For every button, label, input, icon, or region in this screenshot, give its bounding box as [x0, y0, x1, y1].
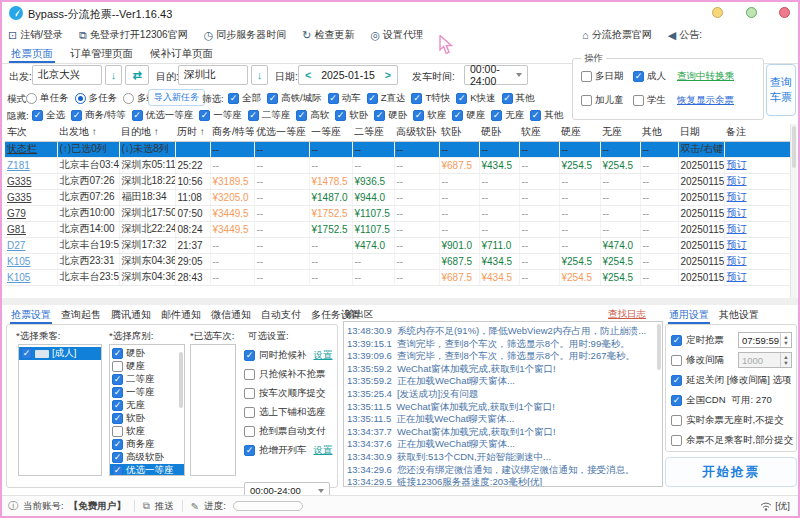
spinner-down-icon[interactable]: ▾: [784, 340, 787, 346]
checked-checkbox-icon[interactable]: ✓: [132, 110, 143, 121]
table-row[interactable]: G81北京西14:00深圳北22:2408:24¥3449.5--¥1752.5…: [5, 221, 790, 237]
operation-checkbox[interactable]: 多日期: [581, 70, 633, 83]
import-task-button[interactable]: 导入新任务: [148, 89, 205, 106]
checked-checkbox-icon[interactable]: ✓: [633, 71, 644, 82]
type-filter[interactable]: ✓全部: [228, 92, 261, 105]
hide-filter[interactable]: ✓硬卧: [374, 109, 407, 122]
checked-checkbox-icon[interactable]: ✓: [335, 110, 346, 121]
tab-waitlist-order-page[interactable]: 候补订单页面: [148, 46, 215, 63]
checked-checkbox-icon[interactable]: ✓: [671, 335, 682, 346]
train-link[interactable]: G81: [7, 224, 26, 235]
column-header[interactable]: 无座: [600, 124, 640, 141]
checked-checkbox-icon[interactable]: ✓: [671, 395, 682, 406]
unchecked-checkbox-icon[interactable]: [244, 407, 255, 418]
booking-link[interactable]: 预订: [727, 239, 747, 250]
column-header[interactable]: 出发地 ↑: [57, 124, 119, 141]
to-input[interactable]: 深圳北: [178, 65, 248, 85]
column-header[interactable]: 硬座: [559, 124, 600, 141]
table-row[interactable]: Z181北京丰台03:49深圳东05:1125:22----------¥687…: [5, 157, 790, 173]
log-list[interactable]: 13:48:30.9系统内存不足(91%)，降低WebView2内存占用，防止崩…: [343, 321, 663, 487]
column-header[interactable]: 优选一等座: [254, 124, 309, 141]
date-picker[interactable]: < 2025-01-15 >: [298, 65, 398, 85]
passenger-item[interactable]: ✓[成人]: [19, 347, 101, 360]
hide-filter[interactable]: ✓优选一等座: [132, 109, 194, 122]
option-item[interactable]: 选上下铺和选座: [244, 403, 333, 422]
checked-checkbox-icon[interactable]: ✓: [244, 350, 255, 361]
column-header[interactable]: 日期: [678, 124, 724, 141]
column-header[interactable]: 二等座: [352, 124, 394, 141]
unchecked-checkbox-icon[interactable]: [244, 388, 255, 399]
swap-stations-button[interactable]: ⇄: [125, 65, 149, 85]
booking-link[interactable]: 预订: [727, 175, 747, 186]
unchecked-checkbox-icon[interactable]: [244, 369, 255, 380]
tab-auto-pay[interactable]: 自动支付: [260, 307, 302, 324]
hide-filter[interactable]: ✓无座: [491, 109, 524, 122]
spinner-input[interactable]: 07:59:59▴▾: [738, 332, 792, 348]
hide-filter[interactable]: ✓高软: [296, 109, 329, 122]
tab-grab-ticket-page[interactable]: 抢票页面: [9, 46, 55, 63]
checked-checkbox-icon[interactable]: ✓: [112, 348, 123, 359]
tab-grab-settings[interactable]: 抢票设置: [10, 307, 52, 324]
checked-checkbox-icon[interactable]: ✓: [112, 413, 123, 424]
unchecked-checkbox-icon[interactable]: [244, 426, 255, 437]
start-grab-button[interactable]: 开始抢票: [665, 457, 797, 487]
toolbar-item-open-12306[interactable]: ⧉免登录打开12306官网: [79, 28, 188, 42]
setting-item[interactable]: 修改间隔1000▴▾: [671, 350, 796, 370]
seat-item[interactable]: ✓高级软卧: [110, 451, 184, 464]
depart-time-select[interactable]: 00:00-24:00: [464, 65, 528, 85]
hide-filter[interactable]: ✓软卧: [335, 109, 368, 122]
checked-checkbox-icon[interactable]: ✓: [530, 110, 541, 121]
setting-item[interactable]: 实时余票无座时,不提交: [671, 410, 796, 430]
checked-checkbox-icon[interactable]: ✓: [296, 110, 307, 121]
settings-link[interactable]: 设置: [314, 444, 333, 457]
push-button[interactable]: 推送: [155, 500, 174, 513]
operation-checkbox[interactable]: 加儿童: [581, 94, 633, 107]
unchecked-checkbox-icon[interactable]: [581, 95, 592, 106]
checked-checkbox-icon[interactable]: ✓: [112, 465, 123, 476]
column-header[interactable]: 软座: [519, 124, 559, 141]
mode-radio[interactable]: 多任务: [75, 92, 118, 105]
toolbar-item-set-proxy[interactable]: ◎设置代理: [371, 28, 424, 42]
restore-tickets-link[interactable]: 恢复显示余票: [677, 94, 734, 107]
minimize-button[interactable]: [712, 7, 723, 18]
option-item[interactable]: 只抢候补不抢票: [244, 365, 333, 384]
column-header[interactable]: 高级软卧: [394, 124, 439, 141]
transfer-query-link[interactable]: 查询中转换乘: [677, 70, 734, 83]
seat-item[interactable]: ✓软卧: [110, 412, 184, 425]
find-log-link[interactable]: 查找日志: [608, 308, 646, 321]
type-filter[interactable]: ✓T特快: [411, 92, 450, 105]
table-row[interactable]: G335北京西07:26福田18:3411:08¥3205.0--¥1487.0…: [5, 189, 790, 205]
checked-checkbox-icon[interactable]: ✓: [21, 348, 32, 359]
seat-item[interactable]: ✓一等座: [110, 386, 184, 399]
booking-link[interactable]: 预订: [727, 159, 747, 170]
table-row[interactable]: G335北京西07:26深圳北18:2210:56¥3189.5--¥1478.…: [5, 173, 790, 189]
seat-item[interactable]: ✓商务座: [110, 438, 184, 451]
train-link[interactable]: G79: [7, 208, 26, 219]
spinner-input[interactable]: 1000▴▾: [738, 352, 792, 368]
seat-item[interactable]: 软座: [110, 425, 184, 438]
setting-item[interactable]: ✓定时抢票07:59:59▴▾: [671, 330, 796, 350]
type-filter[interactable]: ✓动车: [328, 92, 361, 105]
type-filter[interactable]: ✓K快速: [456, 92, 495, 105]
mode-radio[interactable]: 单任务: [26, 92, 69, 105]
status-bar-link[interactable]: 状态栏: [7, 143, 37, 154]
checked-checkbox-icon[interactable]: ✓: [452, 110, 463, 121]
table-scrollbar[interactable]: [790, 124, 797, 298]
booking-link[interactable]: 预订: [727, 207, 747, 218]
option-item[interactable]: 抢到票自动支付: [244, 422, 333, 441]
column-header[interactable]: 备注: [724, 124, 790, 141]
from-input[interactable]: 北京大兴: [32, 65, 102, 85]
checked-checkbox-icon[interactable]: ✓: [112, 387, 123, 398]
hide-filter[interactable]: ✓硬座: [452, 109, 485, 122]
table-row[interactable]: K105北京西23:31深圳东04:3629:05----------¥687.…: [5, 253, 790, 269]
type-filter[interactable]: ✓Z直达: [367, 92, 406, 105]
checked-checkbox-icon[interactable]: ✓: [328, 93, 339, 104]
toolbar-item-logout-login[interactable]: ⊡注销/登录: [8, 28, 63, 42]
to-station-dropdown-button[interactable]: ↓: [251, 65, 268, 85]
checked-checkbox-icon[interactable]: ✓: [199, 110, 210, 121]
column-header[interactable]: 硬卧: [479, 124, 519, 141]
option-item[interactable]: ✓抢增开列车设置: [244, 441, 333, 460]
checked-checkbox-icon[interactable]: ✓: [112, 452, 123, 463]
train-link[interactable]: G335: [7, 192, 31, 203]
toolbar-item-announcement[interactable]: ◀公告:: [668, 28, 702, 42]
